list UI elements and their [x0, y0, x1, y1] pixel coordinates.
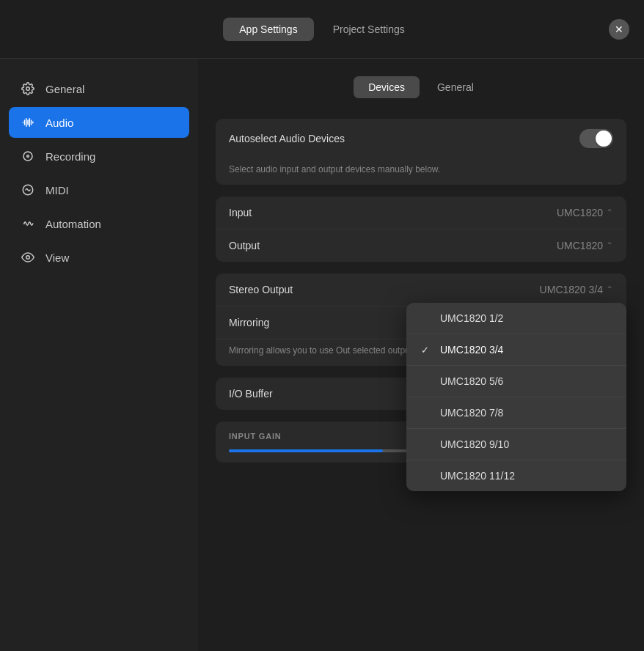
checkmark-56: [421, 376, 433, 387]
sidebar-item-view-label: View: [45, 251, 69, 264]
autoselect-label: Autoselect Audio Devices: [229, 133, 345, 144]
stereo-dropdown: UMC1820 1/2 ✓ UMC1820 3/4 UMC1820 5/6 UM…: [406, 303, 626, 491]
sidebar-item-general-label: General: [45, 83, 84, 95]
input-value-container: UMC1820 ⌃: [557, 207, 613, 218]
sidebar-item-view[interactable]: View: [9, 242, 189, 273]
autoselect-toggle[interactable]: [579, 129, 613, 148]
stereo-card: Stereo Output UMC1820 3/4 ⌃ Mirroring Mi…: [216, 273, 626, 366]
sub-tabs: Devices General: [216, 76, 626, 98]
dropdown-label-12: UMC1820 1/2: [440, 312, 503, 324]
input-row[interactable]: Input UMC1820 ⌃: [216, 196, 626, 229]
tab-app-settings[interactable]: App Settings: [223, 18, 313, 41]
input-chevron: ⌃: [606, 207, 613, 218]
output-value-container: UMC1820 ⌃: [557, 240, 613, 251]
input-label: Input: [229, 207, 252, 218]
sidebar-item-general[interactable]: General: [9, 73, 189, 104]
toggle-thumb: [596, 130, 612, 147]
svg-point-9: [26, 155, 30, 158]
checkmark-12: [421, 313, 433, 324]
midi-icon: [21, 183, 35, 197]
dropdown-label-56: UMC1820 5/6: [440, 375, 503, 387]
gear-icon: [21, 81, 35, 96]
device-settings-card: Input UMC1820 ⌃ Output UMC1820 ⌃: [216, 196, 626, 262]
svg-point-0: [26, 87, 30, 91]
sidebar-item-midi-label: MIDI: [45, 184, 69, 196]
stereo-output-chevron: ⌃: [606, 284, 613, 295]
dropdown-item-34[interactable]: ✓ UMC1820 3/4: [406, 334, 626, 366]
sidebar-item-automation[interactable]: Automation: [9, 208, 189, 239]
svg-point-12: [26, 256, 30, 260]
tab-project-settings[interactable]: Project Settings: [317, 18, 421, 41]
view-icon: [21, 250, 35, 265]
autoselect-card: Autoselect Audio Devices Select audio in…: [216, 119, 626, 185]
main-layout: General Audio: [0, 59, 644, 651]
autoselect-helper: Select audio input and output devices ma…: [216, 158, 626, 185]
sidebar-item-audio[interactable]: Audio: [9, 107, 189, 138]
dropdown-item-78[interactable]: UMC1820 7/8: [406, 397, 626, 429]
top-bar: App Settings Project Settings ✕: [0, 0, 644, 59]
sidebar-item-recording-label: Recording: [45, 150, 95, 163]
dropdown-item-1112[interactable]: UMC1820 11/12: [406, 460, 626, 491]
dropdown-label-78: UMC1820 7/8: [440, 407, 503, 419]
stereo-output-value-container: UMC1820 3/4 ⌃: [540, 284, 613, 295]
sidebar-item-midi[interactable]: MIDI: [9, 174, 189, 205]
output-label: Output: [229, 240, 260, 251]
sidebar-item-audio-label: Audio: [45, 117, 73, 129]
io-buffer-label: I/O Buffer: [229, 388, 273, 400]
output-chevron: ⌃: [606, 240, 613, 251]
sidebar-item-recording[interactable]: Recording: [9, 141, 189, 172]
checkmark-34: ✓: [421, 345, 433, 356]
dropdown-label-34: UMC1820 3/4: [440, 344, 503, 356]
gain-slider-fill: [229, 449, 383, 452]
output-row[interactable]: Output UMC1820 ⌃: [216, 229, 626, 262]
stereo-output-label: Stereo Output: [229, 284, 293, 295]
dropdown-label-1112: UMC1820 11/12: [440, 470, 515, 482]
stereo-output-value: UMC1820 3/4: [540, 284, 603, 295]
dropdown-item-12[interactable]: UMC1820 1/2: [406, 303, 626, 334]
checkmark-910: [421, 439, 433, 450]
input-value: UMC1820: [557, 207, 603, 218]
close-button[interactable]: ✕: [609, 19, 629, 40]
checkmark-1112: [421, 471, 433, 482]
stereo-output-row[interactable]: Stereo Output UMC1820 3/4 ⌃: [216, 273, 626, 306]
svg-point-11: [23, 223, 25, 224]
sub-tab-devices[interactable]: Devices: [354, 76, 420, 98]
sidebar: General Audio: [0, 59, 198, 651]
output-value: UMC1820: [557, 240, 603, 251]
dropdown-label-910: UMC1820 9/10: [440, 438, 509, 450]
sidebar-item-automation-label: Automation: [45, 218, 101, 230]
sub-tab-general[interactable]: General: [422, 76, 489, 98]
checkmark-78: [421, 408, 433, 419]
dropdown-item-56[interactable]: UMC1820 5/6: [406, 366, 626, 397]
autoselect-row: Autoselect Audio Devices: [216, 119, 626, 158]
record-icon: [21, 149, 35, 163]
content-area: Devices General Autoselect Audio Devices…: [198, 59, 644, 651]
dropdown-item-910[interactable]: UMC1820 9/10: [406, 429, 626, 460]
mirroring-label: Mirroring: [229, 317, 269, 328]
audio-icon: [21, 115, 35, 130]
automation-icon: [21, 216, 35, 231]
